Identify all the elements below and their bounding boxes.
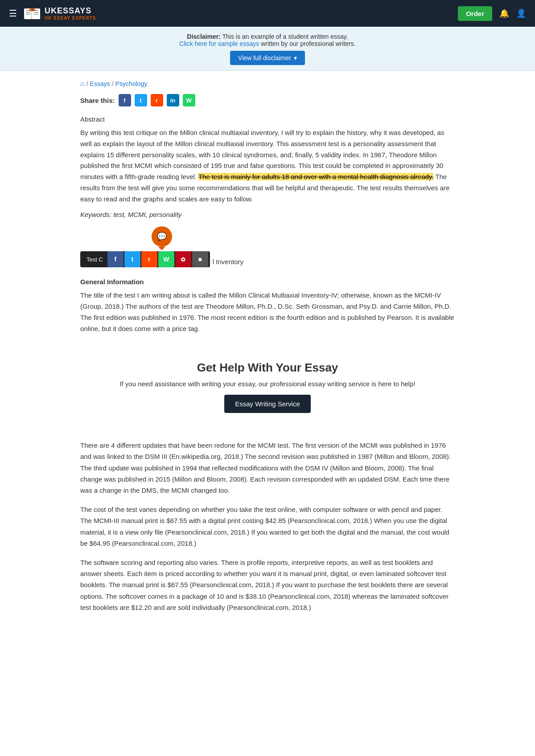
get-help-box: Get Help With Your Essay If you need ass… bbox=[80, 347, 455, 426]
share-linkedin[interactable]: in bbox=[167, 94, 179, 106]
get-help-subtitle: If you need assistance with writing your… bbox=[89, 380, 446, 388]
share-whatsapp[interactable]: W bbox=[183, 94, 195, 106]
user-icon[interactable]: 👤 bbox=[516, 8, 526, 18]
disclaimer-text: Disclaimer: This is an example of a stud… bbox=[9, 33, 526, 47]
main-content: ⌂ / Essays / Psychology Share this: f t … bbox=[67, 71, 468, 630]
get-help-title: Get Help With Your Essay bbox=[89, 361, 446, 375]
fbar-pi[interactable]: ✿ bbox=[175, 251, 191, 267]
chevron-down-icon: ▾ bbox=[294, 54, 297, 61]
floating-share-bar: Test C f t r W ✿ ■ bbox=[80, 251, 210, 267]
disclaimer-banner: Disclaimer: This is an example of a stud… bbox=[0, 27, 535, 71]
disclaimer-bold: Disclaimer: bbox=[187, 33, 220, 40]
logo-icon bbox=[23, 6, 41, 21]
logo-name: UKEssays bbox=[45, 6, 96, 16]
svg-rect-8 bbox=[34, 12, 38, 13]
svg-rect-6 bbox=[26, 14, 30, 15]
header-right: Order 🔔 👤 bbox=[458, 6, 526, 21]
svg-rect-5 bbox=[26, 12, 30, 13]
breadcrumb-psychology[interactable]: Psychology bbox=[115, 80, 148, 87]
logo-area: UKEssays UK Essay Experts bbox=[23, 6, 96, 21]
logo-text: UKEssays UK Essay Experts bbox=[45, 6, 96, 20]
content-para-2: The cost of the test varies depending on… bbox=[80, 504, 455, 549]
highlighted-text: The test is mainly for adults 18 and ove… bbox=[198, 173, 434, 180]
content-para-1: There are 4 different updates that have … bbox=[80, 440, 455, 496]
home-icon[interactable]: ⌂ bbox=[80, 80, 85, 88]
general-info-heading: General Information bbox=[80, 278, 455, 286]
hamburger-menu[interactable]: ☰ bbox=[9, 8, 17, 19]
fbar-tw[interactable]: t bbox=[124, 251, 140, 267]
logo-sub: UK Essay Experts bbox=[45, 16, 96, 20]
content-para-3: The software scoring and reporting also … bbox=[80, 557, 455, 613]
inventory-text: l Inventory bbox=[210, 258, 243, 266]
view-disclaimer-button[interactable]: View full disclaimer ▾ bbox=[230, 51, 305, 65]
svg-rect-7 bbox=[34, 10, 38, 11]
keywords: Keywords: test, MCMI, personality bbox=[80, 211, 455, 218]
breadcrumb-sep2: / bbox=[112, 80, 114, 87]
general-info-body: The title of the test I am writing about… bbox=[80, 290, 455, 334]
fbar-rd[interactable]: r bbox=[141, 251, 157, 267]
breadcrumb-essays[interactable]: Essays bbox=[90, 80, 110, 87]
order-button[interactable]: Order bbox=[458, 6, 492, 21]
share-row: Share this: f t r in W bbox=[80, 94, 455, 106]
fbar-prefix: Test C bbox=[82, 253, 107, 266]
breadcrumb-sep1: / bbox=[86, 80, 88, 87]
breadcrumb: ⌂ / Essays / Psychology bbox=[80, 80, 455, 88]
essay-writing-service-button[interactable]: Essay Writing Service bbox=[224, 395, 311, 413]
share-label: Share this: bbox=[80, 97, 115, 104]
chat-icon: 💬 bbox=[157, 232, 167, 241]
fbar-fb[interactable]: f bbox=[107, 251, 123, 267]
abstract-heading: Abstract bbox=[80, 115, 455, 123]
fbar-wa[interactable]: W bbox=[158, 251, 174, 267]
site-header: ☰ UKEssays UK Essay Experts Order � bbox=[0, 0, 535, 27]
abstract-body: By writing this test critique on the Mil… bbox=[80, 127, 455, 204]
floating-share-container: Test C f t r W ✿ ■ l Inventory bbox=[80, 251, 455, 272]
fbar-bk[interactable]: ■ bbox=[192, 251, 208, 267]
sample-essays-link[interactable]: Click here for sample essays bbox=[179, 40, 259, 47]
chat-bubble[interactable]: 💬 bbox=[152, 226, 172, 247]
header-left: ☰ UKEssays UK Essay Experts bbox=[9, 6, 96, 21]
svg-rect-9 bbox=[34, 14, 38, 15]
share-reddit[interactable]: r bbox=[151, 94, 163, 106]
svg-rect-4 bbox=[26, 10, 30, 11]
share-twitter[interactable]: t bbox=[135, 94, 147, 106]
bell-icon[interactable]: 🔔 bbox=[499, 8, 509, 18]
share-facebook[interactable]: f bbox=[119, 94, 131, 106]
chat-popup-area: 💬 bbox=[80, 226, 455, 247]
